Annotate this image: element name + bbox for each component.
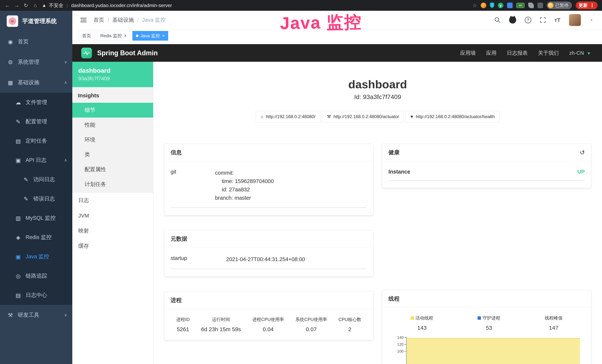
sba-nav-applications[interactable]: 应用 (486, 50, 496, 57)
palette-icon[interactable] (481, 3, 486, 8)
sidebar-item-log-center[interactable]: ▤ 日志中心 (0, 286, 72, 305)
edit-icon: ✎ (23, 176, 29, 183)
sidebar-item-label: 错误日志 (33, 195, 55, 203)
tab-home[interactable]: 首页 (79, 31, 95, 41)
breadcrumb-home[interactable]: 首页 (93, 16, 104, 24)
threads-legend: 活动线程 143 守护进程 (388, 315, 585, 331)
back-icon[interactable]: ← (3, 1, 11, 10)
sidebar-item-access-log[interactable]: ✎ 访问日志 (0, 170, 72, 189)
profile-chip[interactable]: 已暂停 (547, 1, 572, 9)
font-size-icon[interactable]: тT (554, 17, 560, 23)
page-title: dashboard (164, 78, 591, 91)
instance-header[interactable]: dashboard 93a3fc7f7409 (72, 62, 153, 87)
breadcrumb-infrastructure[interactable]: 基础设施 (112, 16, 134, 24)
sba-nav-about[interactable]: 关于我们 (538, 50, 559, 57)
app-logo[interactable]: 芋道管理系统 (0, 11, 72, 32)
switch-on-icon[interactable]: on (516, 3, 525, 8)
service-url-link[interactable]: ⌂ http://192.168.0.2:48080/ (256, 111, 320, 122)
cards-grid: 信息 git commit: time: 1596289704000 (164, 144, 591, 364)
sidebar-item-system[interactable]: ⚙ 系统管理 ∨ (0, 52, 72, 72)
yuque-icon[interactable]: y (498, 3, 503, 8)
cloud-icon: ☁ (15, 99, 22, 106)
sba-sidebar: dashboard 93a3fc7f7409 Insights 细节 性能 环境… (72, 62, 153, 364)
card-header: 线程 (382, 290, 591, 308)
home-icon[interactable]: ⌂ (31, 1, 39, 10)
sba-menu-environment[interactable]: 环境 (72, 132, 153, 147)
tab-bar: 首页 Redis 监控 × Java 监控 × (72, 29, 602, 42)
history-icon[interactable]: ↺ (580, 149, 585, 156)
wrench-icon: ⚒ (327, 114, 331, 119)
main-column: Java 监控 首页 / 基础设施 / Java 监控 (72, 11, 602, 364)
spring-boot-admin-logo-icon[interactable] (81, 48, 92, 58)
process-stat-pid: 进程ID 5261 (176, 317, 190, 332)
sba-menu-jvm[interactable]: JVM (72, 208, 153, 223)
sidebar-item-java-monitor[interactable]: ▣ Java 监控 (0, 247, 72, 266)
forward-icon[interactable]: → (13, 1, 21, 10)
sba-menu-metrics[interactable]: 性能 (72, 118, 153, 132)
sba-nav-wall[interactable]: 应用墙 (460, 50, 476, 57)
menu-label: 性能 (85, 121, 95, 129)
sidebar-item-api-log[interactable]: ▣ API 日志 ∧ (0, 150, 72, 170)
apps-grid-icon[interactable] (507, 3, 513, 8)
metadata-card: 元数据 startup 2021-04-27T00:44:31.254+08:0… (164, 230, 373, 277)
edit-icon: ✎ (23, 196, 29, 202)
sidebar-fold-icon[interactable] (80, 16, 87, 24)
daemon-threads-swatch-icon (478, 316, 481, 320)
update-button[interactable]: 更新 ⋮ (576, 1, 598, 9)
close-icon[interactable]: × (124, 33, 127, 38)
sidebar-item-config-manage[interactable]: ✎ 配置管理 (0, 112, 72, 131)
legend-daemon-threads: 守护进程 53 (478, 315, 500, 331)
sba-menu-caches[interactable]: 缓存 (72, 238, 153, 254)
menu-label: 环境 (85, 136, 95, 143)
user-avatar[interactable] (569, 14, 581, 26)
search-icon[interactable] (494, 17, 501, 23)
fullscreen-icon[interactable] (540, 17, 546, 23)
sba-nav-journal[interactable]: 日志报表 (507, 50, 528, 57)
actuator-url-link[interactable]: ⚒ http://192.168.0.2:48080/actuator (322, 111, 404, 122)
browser-actions: ☆ y on 已暂停 更新 ⋮ (473, 1, 599, 9)
sidebar-item-label: 定时任务 (26, 137, 47, 145)
sba-menu-details[interactable]: 细节 (72, 103, 153, 118)
github-icon[interactable] (509, 17, 516, 23)
address-bar[interactable]: ▲ 不安全 | dashboard.yudao.iocoder.cn/infra… (42, 2, 473, 9)
git-id-line: id: 27aa832 (215, 185, 367, 194)
sidebar-item-devtools[interactable]: ⚒ 研发工具 ∨ (0, 305, 72, 325)
sba-brand[interactable]: Spring Boot Admin (97, 49, 158, 57)
sidebar-item-file-manage[interactable]: ☁ 文件管理 (0, 93, 72, 112)
bookmark-icon[interactable]: ☆ (473, 2, 477, 9)
menu-kebab-icon[interactable]: ⋮ (590, 3, 595, 8)
help-icon[interactable]: ? (525, 17, 531, 23)
sidebar-item-scheduled-jobs[interactable]: ▤ 定时任务 (0, 131, 72, 150)
card-body: startup 2021-04-27T00:44:31.254+08:00 (164, 248, 373, 277)
puzzle-icon[interactable] (538, 3, 543, 8)
stat-value: 2 (339, 326, 361, 332)
sba-menu-configprops[interactable]: 配置属性 (72, 162, 153, 177)
tab-redis-monitor[interactable]: Redis 监控 × (97, 31, 130, 41)
card-body: 进程ID 5261 运行时间 6d 23h 15m 59s (164, 309, 373, 340)
sba-menu-classes[interactable]: 类 (72, 147, 153, 162)
health-url-link[interactable]: ♥ http://192.168.0.2:48080/actuator/heal… (406, 111, 500, 122)
sidebar-item-label: 日志中心 (26, 291, 47, 299)
close-icon[interactable]: × (162, 33, 165, 38)
card-body: git commit: time: 1596289704000 id: 27aa… (164, 161, 373, 215)
sba-menu-mappings[interactable]: 映射 (72, 223, 153, 238)
sba-menu-logs[interactable]: 日志 (72, 193, 153, 208)
sidebar-item-home[interactable]: ◉ 首页 (0, 32, 72, 52)
tab-java-monitor[interactable]: Java 监控 × (132, 31, 168, 41)
card-header: 健康 ↺ (382, 144, 591, 161)
legend-value: 53 (478, 325, 500, 331)
dashboard-icon: ◉ (7, 39, 14, 45)
sidebar-item-redis-monitor[interactable]: ◈ Redis 监控 (0, 228, 72, 247)
sidebar-item-tracing[interactable]: ◎ 链路追踪 (0, 266, 72, 286)
sidebar-item-infrastructure[interactable]: ▦ 基础设施 ∧ (0, 72, 72, 93)
pin-icon[interactable] (490, 3, 494, 8)
sba-menu-scheduled-tasks[interactable]: 计划任务 (72, 177, 153, 192)
sidebar-item-mysql-monitor[interactable]: ▥ MySQL 监控 (0, 208, 72, 228)
eye-icon: ◎ (15, 273, 22, 279)
reload-icon[interactable]: ↻ (22, 1, 30, 10)
sidebar-item-error-log[interactable]: ✎ 错误日志 (0, 189, 72, 208)
sba-locale-select[interactable]: zh-CN ▼ (569, 50, 591, 56)
tab-label: Java 监控 (140, 33, 160, 39)
leaf-icon[interactable] (528, 3, 534, 8)
sidebar-item-label: 访问日志 (33, 176, 55, 183)
